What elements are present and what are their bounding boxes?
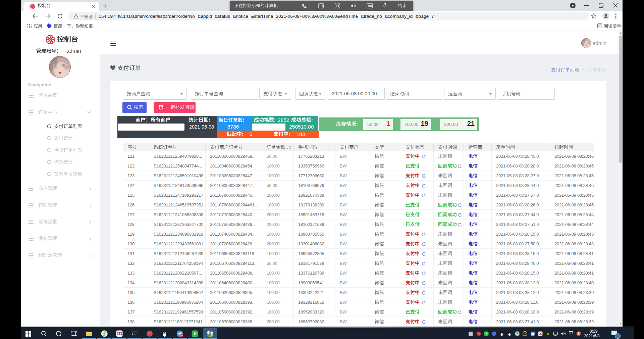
svg-text:53: 53 — [180, 334, 183, 337]
